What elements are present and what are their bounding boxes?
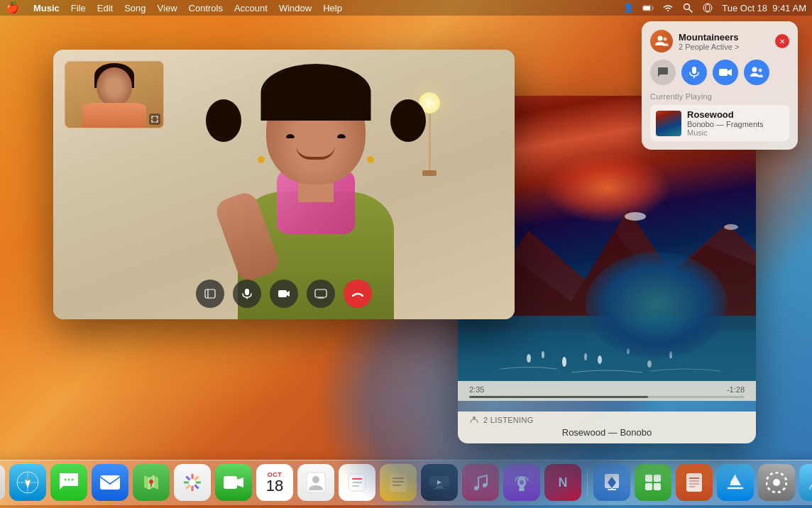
wifi-icon[interactable] <box>662 2 674 13</box>
message-action-button[interactable] <box>650 60 676 85</box>
shareplay-action-button[interactable] <box>744 60 769 85</box>
svg-point-3 <box>684 4 690 10</box>
dock-notes[interactable] <box>380 464 417 501</box>
svg-line-4 <box>689 9 692 12</box>
menu-file[interactable]: File <box>71 3 86 13</box>
screenshare-icon[interactable]: 👤 <box>622 2 634 13</box>
svg-rect-1 <box>643 6 650 10</box>
dock-appstore[interactable] <box>717 464 754 501</box>
svg-rect-71 <box>436 486 443 488</box>
dock-launchpad[interactable] <box>0 464 5 501</box>
members-text[interactable]: 2 People Active > <box>679 43 769 51</box>
svg-point-74 <box>520 480 524 485</box>
menubar-left: 🍎 Music File Edit Song View Controls Acc… <box>6 1 342 14</box>
music-bottom: 2 LISTENING Rosewood — Bonobo <box>458 412 756 443</box>
search-icon[interactable] <box>682 2 693 13</box>
dock-pages[interactable] <box>676 464 713 501</box>
menu-song[interactable]: Song <box>124 3 146 13</box>
dock-reminders[interactable] <box>339 464 375 501</box>
menu-window[interactable]: Window <box>279 3 312 13</box>
svg-point-57 <box>149 480 153 484</box>
group-name: Mountaineers <box>679 32 769 43</box>
svg-point-22 <box>584 353 587 360</box>
menu-help[interactable]: Help <box>323 3 342 13</box>
listening-count: 2 LISTENING <box>483 416 534 424</box>
date-time[interactable]: Tue Oct 18 9:41 AM <box>722 3 806 13</box>
dock-facetime-app[interactable] <box>215 464 252 501</box>
dock-photos[interactable] <box>174 464 211 501</box>
dock-calendar[interactable]: Oct 18 <box>256 464 293 501</box>
svg-point-17 <box>625 212 646 221</box>
menubar-right: 👤 Tue Oct 18 9:41 AM <box>622 2 806 13</box>
battery-icon <box>642 2 654 13</box>
current-time: 2:35 <box>469 385 484 394</box>
svg-rect-62 <box>349 474 366 491</box>
svg-point-29 <box>664 38 667 41</box>
svg-point-25 <box>647 360 652 368</box>
video-action-button[interactable] <box>713 60 738 85</box>
menu-account[interactable]: Account <box>234 3 268 13</box>
facetime-controls <box>196 280 372 308</box>
listening-icon <box>469 416 479 424</box>
svg-point-34 <box>759 69 762 72</box>
menu-edit[interactable]: Edit <box>97 3 113 13</box>
dock-mail[interactable] <box>92 464 128 501</box>
dock-maps[interactable] <box>133 464 170 501</box>
pip-expand-icon[interactable] <box>149 114 160 125</box>
facetime-pip[interactable] <box>65 61 164 128</box>
dock-appletv[interactable]: ▶ <box>421 464 458 501</box>
svg-point-27 <box>473 416 476 419</box>
svg-point-18 <box>724 224 738 230</box>
currently-playing-label: Currently Playing <box>650 92 789 101</box>
dock-music[interactable] <box>462 464 499 501</box>
svg-point-61 <box>312 476 319 483</box>
menu-controls[interactable]: Controls <box>189 3 223 13</box>
music-track-name: Rosewood — Bonobo <box>469 427 745 438</box>
svg-text:N: N <box>559 475 568 490</box>
dock-system-preferences[interactable] <box>758 464 795 501</box>
apple-menu[interactable]: 🍎 <box>6 1 19 14</box>
music-progress-bar[interactable] <box>469 396 745 398</box>
calendar-inner: Oct 18 <box>256 464 293 501</box>
dock-messages[interactable] <box>50 464 87 501</box>
camera-toggle-button[interactable] <box>270 280 298 308</box>
svg-rect-66 <box>390 473 407 492</box>
svg-rect-32 <box>719 69 728 76</box>
end-call-button[interactable] <box>344 280 372 308</box>
menubar: 🍎 Music File Edit Song View Controls Acc… <box>0 0 812 16</box>
desktop: 🍎 Music File Edit Song View Controls Acc… <box>0 0 812 508</box>
notification-close-button[interactable]: ✕ <box>775 34 789 48</box>
dock-safari[interactable] <box>9 464 46 501</box>
group-avatar <box>650 30 673 53</box>
menu-view[interactable]: View <box>158 3 177 13</box>
svg-point-20 <box>542 351 544 358</box>
calendar-day: 18 <box>266 478 283 494</box>
svg-point-19 <box>527 354 531 363</box>
siri-icon[interactable] <box>702 2 713 13</box>
svg-point-33 <box>752 67 757 72</box>
dock-news[interactable]: N <box>544 464 581 501</box>
dock-podcasts[interactable] <box>503 464 540 501</box>
currently-playing-row: Rosewood Bonobo — Fragments Music <box>650 105 789 141</box>
dock-divider <box>587 468 588 497</box>
svg-rect-56 <box>100 475 120 490</box>
notif-song-title: Rosewood <box>687 109 764 120</box>
notification-actions <box>650 60 789 85</box>
dock-airdrop[interactable] <box>799 464 812 501</box>
svg-point-24 <box>627 348 630 354</box>
mute-mic-button[interactable] <box>233 280 261 308</box>
svg-rect-2 <box>653 6 654 9</box>
sidebar-toggle-button[interactable] <box>196 280 224 308</box>
app-name[interactable]: Music <box>33 3 60 13</box>
svg-rect-59 <box>224 476 237 489</box>
svg-rect-81 <box>654 475 661 482</box>
svg-point-28 <box>658 36 663 41</box>
facetime-window <box>53 50 515 319</box>
dock-contacts[interactable] <box>297 464 334 501</box>
dock-numbers[interactable] <box>635 464 671 501</box>
share-screen-button[interactable] <box>307 280 335 308</box>
notif-album-art <box>656 111 681 136</box>
svg-text:▶: ▶ <box>437 479 442 485</box>
mic-action-button[interactable] <box>681 60 707 85</box>
dock-keynote[interactable] <box>593 464 630 501</box>
